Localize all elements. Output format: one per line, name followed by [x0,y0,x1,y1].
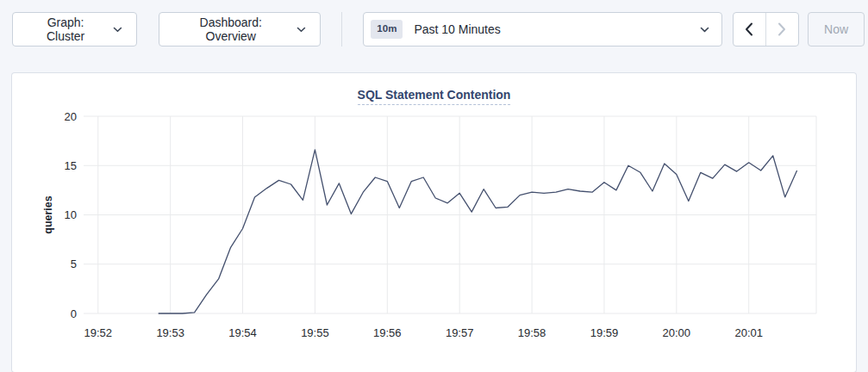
x-tick-label: 19:57 [446,326,474,339]
x-tick-label: 19:56 [373,326,402,339]
time-range-dropdown[interactable]: 10m Past 10 Minutes [363,12,722,46]
contention-series-line [159,150,797,313]
y-tick-label: 5 [71,257,77,270]
y-tick-label: 20 [65,110,77,123]
time-range-label: Past 10 Minutes [414,22,500,36]
dashboard-dropdown[interactable]: Dashboard: Overview [159,12,321,46]
chevron-down-icon [113,27,122,33]
x-tick-label: 19:55 [301,326,329,339]
chevron-down-icon [297,27,306,33]
time-prev-button[interactable] [734,13,766,46]
chevron-down-icon [700,27,709,33]
toolbar-divider [341,12,342,46]
sql-statement-contention-chart[interactable]: 0510152019:5219:5319:5419:5519:5619:5719… [12,108,854,353]
x-tick-label: 20:01 [734,326,763,339]
dashboard-dropdown-label: Dashboard: Overview [173,16,288,43]
y-tick-label: 15 [65,159,77,172]
x-tick-label: 19:58 [518,326,546,339]
time-range-badge: 10m [371,20,403,39]
time-window-nav [733,12,799,46]
chevron-right-icon [777,22,786,36]
x-tick-label: 19:53 [156,326,184,339]
now-button[interactable]: Now [808,12,865,46]
x-tick-label: 20:00 [663,326,691,339]
x-tick-label: 19:59 [590,326,619,339]
graph-scope-dropdown-label: Graph: Cluster [27,16,104,43]
y-axis-label: queries [42,195,54,234]
chart-title[interactable]: SQL Statement Contention [358,88,511,105]
chart-title-row: SQL Statement Contention [12,73,856,102]
chart-card: SQL Statement Contention 0510152019:5219… [12,73,856,372]
x-tick-label: 19:54 [228,326,257,339]
x-tick-label: 19:52 [84,326,113,339]
metrics-dashboard-page: Graph: Cluster Dashboard: Overview 10m P… [0,0,868,372]
toolbar: Graph: Cluster Dashboard: Overview 10m P… [0,0,868,46]
time-next-button[interactable] [766,13,799,46]
graph-scope-dropdown[interactable]: Graph: Cluster [12,12,137,46]
y-tick-label: 0 [71,307,77,320]
y-tick-label: 10 [65,208,77,221]
chevron-left-icon [745,22,753,36]
